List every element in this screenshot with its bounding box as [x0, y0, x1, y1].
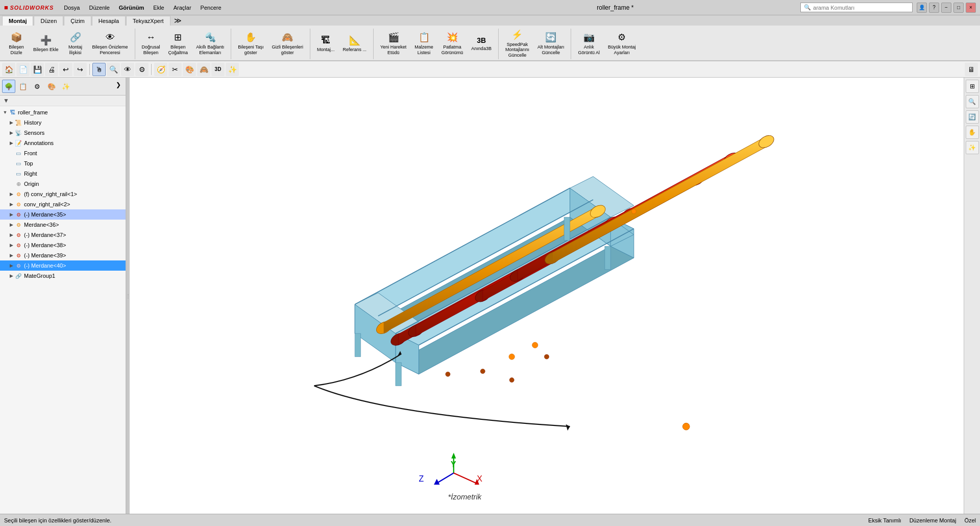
ribbon-btn-cogaltma[interactable]: ⊞ BileşenÇoğaltma	[165, 30, 192, 57]
rp-btn-4[interactable]: ✋	[966, 126, 979, 139]
search-input[interactable]	[813, 5, 895, 11]
tree-item-sensors[interactable]: ▶ 📡 Sensors	[0, 128, 126, 138]
close-btn[interactable]: ×	[966, 3, 976, 13]
tb-select[interactable]: 🖱	[92, 63, 106, 76]
tree-expand-conv1[interactable]: ▶	[8, 191, 14, 197]
ribbon-btn-bilesen-ekle[interactable]: ➕ Bileşen Ekle	[30, 33, 62, 55]
ribbon-btn-dogrusal[interactable]: ↔ DoğrusalBileşen	[138, 30, 164, 57]
tab-tekyazxpert[interactable]: TekyazXpert	[126, 16, 170, 26]
tree-item-history[interactable]: ▶ 📜 History	[0, 117, 126, 128]
tree-item-front[interactable]: ▭ Front	[0, 148, 126, 158]
tb-redo[interactable]: ↪	[74, 63, 87, 76]
ribbon-btn-montaj-iliskisi[interactable]: 🔗 Montajİlişkisi	[63, 30, 88, 57]
rp-btn-2[interactable]: 🔍	[966, 95, 979, 108]
maximize-btn[interactable]: □	[953, 3, 964, 13]
rp-btn-3[interactable]: 🔄	[966, 110, 979, 124]
tb-render[interactable]: ✨	[226, 63, 239, 76]
sidebar-tab-properties[interactable]: 📋	[16, 80, 30, 93]
tree-item-merdane35[interactable]: ▶ ⚙ (-) Merdane<35>	[0, 209, 126, 220]
menu-ekle[interactable]: Ekle	[149, 4, 168, 12]
tree-item-conv-rail2[interactable]: ▶ ⚙ conv_right_rail<2>	[0, 199, 126, 209]
tree-item-merdane37[interactable]: ▶ ⚙ (-) Merdane<37>	[0, 230, 126, 240]
svg-marker-37	[564, 217, 570, 241]
menu-gorunum[interactable]: Görünüm	[115, 4, 149, 12]
tree-item-origin[interactable]: ⊕ Origin	[0, 179, 126, 189]
tree-expand-m35[interactable]: ▶	[8, 211, 14, 218]
ribbon-btn-speedpak[interactable]: ⚡ SpeedPakMontajlarınıGüncelle	[502, 28, 533, 60]
menu-duzenle[interactable]: Düzenle	[85, 4, 113, 12]
tree-expand-m36[interactable]: ▶	[8, 222, 14, 228]
tb-settings[interactable]: ⚙	[135, 63, 149, 76]
rp-btn-5[interactable]: ✨	[966, 141, 979, 154]
ribbon-btn-buyuk[interactable]: ⚙ Büyük MontajAyarları	[604, 30, 640, 57]
tree-item-top[interactable]: ▭ Top	[0, 158, 126, 169]
tb-section[interactable]: ✂	[168, 63, 182, 76]
tree-expand-m38[interactable]: ▶	[8, 242, 14, 248]
tb-view[interactable]: 👁	[121, 63, 134, 76]
ribbon-btn-alt[interactable]: 🔄 Alt MontajlarıGüncelle	[534, 30, 568, 57]
ribbon-btn-goruntu[interactable]: 📷 AnlıkGörüntü Al	[574, 30, 603, 57]
tb-undo[interactable]: ↩	[59, 63, 72, 76]
ribbon-btn-gizli[interactable]: 🙈 Gizli Bileşenlerigöster	[268, 30, 307, 57]
sidebar-expand-btn[interactable]: ❯	[113, 80, 124, 90]
tree-item-merdane39[interactable]: ▶ ⚙ (-) Merdane<39>	[0, 250, 126, 260]
sidebar-tab-render[interactable]: ✨	[59, 80, 72, 93]
tb-3d[interactable]: 3D	[211, 63, 225, 76]
ribbon-btn-patlatma[interactable]: 💥 PatlatmaGörünümü	[438, 30, 467, 57]
tree-expand-m40[interactable]: ▶	[8, 262, 14, 269]
search-bar[interactable]: 🔍	[800, 3, 913, 12]
tree-item-conv-rail1[interactable]: ▶ ⚙ (f) conv_right_rail<1>	[0, 189, 126, 199]
ribbon-btn-tasi[interactable]: ✋ Bileşeni Taşıgöster	[234, 30, 267, 57]
tree-item-annotations[interactable]: ▶ 📝 Annotations	[0, 138, 126, 148]
tree-expand-mg1[interactable]: ▶	[8, 273, 14, 279]
tree-item-merdane36[interactable]: ▶ ⚙ Merdane<36>	[0, 220, 126, 230]
tb-display[interactable]: 🎨	[183, 63, 196, 76]
tree-expand-m39[interactable]: ▶	[8, 252, 14, 258]
tab-cizim[interactable]: Çizim	[64, 16, 91, 26]
tree-expand-sensors[interactable]: ▶	[8, 130, 14, 136]
tree-item-root[interactable]: ▼ 🏗 roller_frame	[0, 107, 126, 117]
tb-zoom[interactable]: 🔍	[107, 63, 120, 76]
help-btn[interactable]: ?	[929, 3, 939, 13]
viewport-inner[interactable]: 🏠 🔍 🔎 ✋ 🔄 ✂ 💥 🎨 📐 💡 🖥	[130, 78, 964, 514]
sidebar-tab-display[interactable]: 🎨	[45, 80, 58, 93]
tb-print[interactable]: 🖨	[45, 63, 58, 76]
menu-araclar[interactable]: Araçlar	[169, 4, 195, 12]
ribbon-btn-onizleme[interactable]: 👁 Bileşen ÖnizlemePenceresi	[89, 30, 132, 57]
tree-item-mategroup1[interactable]: ▶ 🔗 MateGroup1	[0, 271, 126, 281]
rp-btn-1[interactable]: ⊞	[966, 80, 979, 93]
tree-item-merdane40[interactable]: ▶ ⚙ (-) Merdane<40>	[0, 260, 126, 271]
tree-item-merdane38[interactable]: ▶ ⚙ (-) Merdane<38>	[0, 240, 126, 250]
sidebar-tab-tree[interactable]: 🌳	[2, 80, 15, 93]
tb-new-doc[interactable]: 📄	[16, 63, 30, 76]
tab-hesapla[interactable]: Hesapla	[92, 16, 126, 26]
ribbon-btn-aninda3b[interactable]: 3B Anında3B	[468, 34, 495, 54]
tab-montaj[interactable]: Montaj	[2, 16, 33, 26]
tab-duzen[interactable]: Düzen	[34, 16, 63, 26]
tree-expand-annotations[interactable]: ▶	[8, 140, 14, 146]
ribbon-btn-referans[interactable]: 📐 Referans ...	[339, 33, 371, 55]
sidebar-tab-config[interactable]: ⚙	[31, 80, 44, 93]
ribbon-btn-malzeme[interactable]: 📋 MalzemeListesi	[411, 30, 437, 57]
tb-orient[interactable]: 🧭	[154, 63, 167, 76]
tree-expand-m37[interactable]: ▶	[8, 232, 14, 238]
tb-monitor[interactable]: 🖥	[965, 63, 978, 76]
tb-save[interactable]: 💾	[31, 63, 44, 76]
tree-expand-root[interactable]: ▼	[2, 109, 8, 115]
tree-expand-history[interactable]: ▶	[8, 119, 14, 126]
ribbon-btn-akilli[interactable]: 🔩 Akıllı BağlantıElemanları	[192, 30, 228, 57]
minimize-btn[interactable]: −	[941, 3, 951, 13]
ribbon-btn-bilesen-duzle[interactable]: 📦 BileşenDüzle	[4, 30, 29, 57]
tree-item-right[interactable]: ▭ Right	[0, 169, 126, 179]
tab-expand-icon[interactable]: ≫	[171, 15, 185, 26]
menu-dosya[interactable]: Dosya	[60, 4, 84, 12]
ribbon-btn-hareket[interactable]: 🎬 Yeni HareketEtüdü	[377, 30, 410, 57]
viewport[interactable]: 🏠 🔍 🔎 ✋ 🔄 ✂ 💥 🎨 📐 💡 🖥	[130, 78, 964, 514]
menu-pencere[interactable]: Pencere	[197, 4, 226, 12]
sidebar-filter[interactable]: ▼	[0, 95, 126, 106]
tree-expand-conv2[interactable]: ▶	[8, 201, 14, 207]
profile-btn[interactable]: 👤	[917, 3, 927, 13]
tb-hide[interactable]: 🙈	[197, 63, 210, 76]
ribbon-btn-montaj[interactable]: 🏗 Montaj...	[313, 33, 338, 55]
tb-home[interactable]: 🏠	[2, 63, 15, 76]
